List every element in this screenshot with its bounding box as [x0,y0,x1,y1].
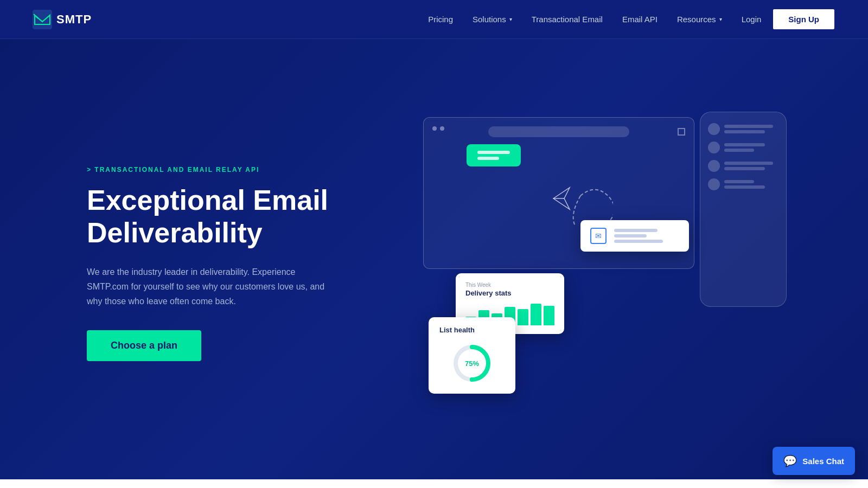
signup-button[interactable]: Sign Up [772,8,835,30]
list-health-card: List health 75% [429,317,515,394]
email-card [467,144,521,166]
phone-list-item [708,123,778,135]
navbar: SMTP Pricing Solutions ▾ Transactional E… [0,0,868,39]
choose-plan-button[interactable]: Choose a plan [87,330,201,361]
logo-icon [33,10,52,29]
phone-text-lines [724,125,778,133]
browser-address-bar [488,126,629,137]
bar [531,304,541,325]
donut-percent-label: 75% [465,359,479,368]
nav-link-pricing[interactable]: Pricing [428,15,453,24]
bar [544,306,554,325]
avatar [708,142,720,153]
delivery-stats-week: This Week [465,282,554,288]
nav-link-solutions[interactable]: Solutions ▾ [473,15,512,24]
bottom-bar [0,479,868,488]
arrow-illustration [548,171,613,226]
chevron-down-icon: ▾ [719,16,722,22]
delivery-stats-title: Delivery stats [465,289,554,297]
browser-dots [432,126,444,131]
phone-list-item [708,160,778,172]
email-line [477,151,510,154]
sales-chat-label: Sales Chat [802,457,844,466]
avatar [708,123,720,135]
phone-text-lines [724,162,778,170]
email-notification-card: ✉ [580,220,689,252]
hero-content: > TRANSACTIONAL AND EMAIL RELAY API Exce… [87,166,369,361]
hero-illustration: ✉ This Week Delivery stats List health [401,101,803,426]
nav-item-resources[interactable]: Resources ▾ [677,15,722,24]
phone-list-item [708,178,778,190]
paper-plane-icon [553,188,570,209]
email-icon: ✉ [590,228,607,244]
svg-rect-0 [33,10,52,29]
browser-dot [440,126,444,131]
nav-item-solutions[interactable]: Solutions ▾ [473,15,512,24]
hero-description: We are the industry leader in deliverabi… [87,265,326,309]
logo-link[interactable]: SMTP [33,10,92,29]
phone-text-lines [724,180,778,189]
hero-title: Exceptional Email Deliverability [87,184,369,249]
browser-dot [432,126,437,131]
sales-chat-button[interactable]: 💬 Sales Chat [773,447,855,475]
email-lines [477,151,510,160]
bar [518,309,528,325]
nav-link-email-api[interactable]: Email API [622,15,658,24]
nav-link-transactional-email[interactable]: Transactional Email [532,15,603,24]
nav-item-transactional-email[interactable]: Transactional Email [532,15,603,24]
hero-tag: > TRANSACTIONAL AND EMAIL RELAY API [87,166,369,174]
email-notif-text-lines [614,229,663,243]
list-health-title: List health [439,326,475,334]
browser-circle-btn [678,128,685,136]
chat-icon: 💬 [783,454,797,467]
nav-links: Pricing Solutions ▾ Transactional Email … [428,15,722,24]
email-line [477,157,499,160]
phone-list-item [708,142,778,153]
avatar [708,160,720,172]
avatar [708,178,720,190]
donut-chart: 75% [450,342,494,385]
phone-text-lines [724,143,778,152]
login-link[interactable]: Login [742,15,762,24]
nav-item-pricing[interactable]: Pricing [428,15,453,24]
nav-item-email-api[interactable]: Email API [622,15,658,24]
phone-mockup [700,112,787,307]
logo-text: SMTP [56,12,92,27]
chevron-down-icon: ▾ [509,16,512,22]
hero-section: > TRANSACTIONAL AND EMAIL RELAY API Exce… [0,39,868,488]
nav-link-resources[interactable]: Resources ▾ [677,15,722,24]
